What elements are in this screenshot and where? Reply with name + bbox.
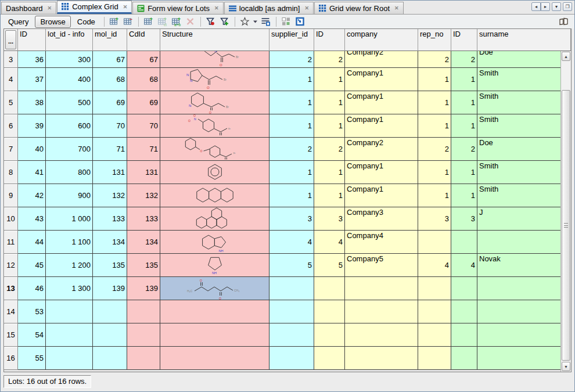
form-list-icon[interactable] (260, 16, 272, 28)
query-mode-button[interactable]: Query (3, 16, 34, 28)
row-header[interactable]: 12 (4, 254, 18, 277)
cell-id2[interactable]: 2 (314, 51, 345, 68)
cell-id2[interactable]: 1 (314, 161, 345, 184)
cell-rep_no[interactable]: 3 (418, 207, 451, 231)
tab-dashboard[interactable]: Dashboard✕ (1, 2, 56, 14)
cell-supplier[interactable]: 1 (269, 161, 314, 184)
table-add-row-icon[interactable]: + (108, 16, 121, 28)
cell-surname[interactable]: Smith (477, 161, 571, 184)
cell-company[interactable]: Company2 (345, 138, 418, 161)
cell-cdid[interactable]: 131 (127, 161, 160, 184)
cell-cdid[interactable]: 133 (127, 207, 160, 231)
cell-id[interactable]: 39 (18, 114, 46, 138)
cell-lot[interactable]: 400 (46, 68, 93, 91)
table-insert-row-icon[interactable]: + (142, 16, 155, 28)
row-header[interactable]: 14 (4, 300, 18, 323)
cell-rep_no[interactable]: 2 (418, 138, 451, 161)
cell-lot[interactable]: 300 (46, 51, 93, 68)
cell-lot[interactable]: 1 000 (46, 207, 93, 231)
cell-company[interactable] (345, 277, 418, 300)
row-header[interactable]: 7 (4, 138, 18, 161)
cell-structure[interactable]: NOBr (160, 91, 269, 114)
column-header-lot[interactable]: lot_id - info (46, 29, 93, 51)
tab-grid-view-for-root[interactable]: Grid view for Root✕ (314, 2, 404, 14)
cell-structure[interactable]: NOOBr (160, 114, 269, 138)
column-header-id3[interactable]: ID (451, 29, 477, 51)
cell-id3[interactable] (451, 277, 477, 300)
close-tab-icon[interactable]: ✕ (48, 5, 52, 11)
cell-id2[interactable]: 1 (314, 91, 345, 114)
cell-supplier[interactable]: 2 (269, 138, 314, 161)
cell-lot[interactable]: 1 300 (46, 277, 93, 300)
cell-id2[interactable]: 1 (314, 114, 345, 138)
cell-id2[interactable]: 1 (314, 184, 345, 207)
cell-id3[interactable]: 3 (451, 207, 477, 231)
cell-rep_no[interactable]: 1 (418, 161, 451, 184)
table-delete-row-icon[interactable]: − (122, 16, 135, 28)
cell-company[interactable] (345, 300, 418, 323)
cell-id[interactable]: 41 (18, 161, 46, 184)
cell-supplier[interactable]: 5 (269, 254, 314, 277)
cell-lot[interactable]: 800 (46, 161, 93, 184)
cell-supplier[interactable]: 4 (269, 231, 314, 254)
cell-supplier[interactable]: 2 (269, 51, 314, 68)
cell-cdid[interactable] (127, 323, 160, 347)
cell-rep_no[interactable] (418, 347, 451, 370)
tab-menu-button[interactable]: ▾ (552, 2, 561, 11)
cell-id3[interactable]: 1 (451, 184, 477, 207)
cell-structure[interactable]: H₃COOCH₃ (160, 277, 269, 300)
cell-id3[interactable]: 2 (451, 138, 477, 161)
cell-id[interactable]: 44 (18, 231, 46, 254)
cell-surname[interactable]: Smith (477, 114, 571, 138)
cell-company[interactable]: Company2 (345, 51, 418, 68)
cell-structure[interactable]: OBr (160, 138, 269, 161)
cell-id[interactable]: 53 (18, 300, 46, 323)
cell-surname[interactable]: Smith (477, 68, 571, 91)
cell-surname[interactable]: Novak (477, 254, 571, 277)
cell-structure[interactable] (160, 184, 269, 207)
cell-structure[interactable] (160, 161, 269, 184)
cell-cdid[interactable]: 134 (127, 231, 160, 254)
row-header[interactable]: 8 (4, 161, 18, 184)
column-header-company[interactable]: company (345, 29, 418, 51)
cell-structure[interactable]: NNOBr (160, 68, 269, 91)
cell-surname[interactable]: Smith (477, 91, 571, 114)
browse-mode-button[interactable]: Browse (35, 16, 70, 28)
cell-mol[interactable]: 139 (93, 277, 127, 300)
tab-complex-grid[interactable]: Complex Grid✕ (57, 1, 132, 14)
cell-structure[interactable] (160, 323, 269, 347)
cell-id[interactable]: 42 (18, 184, 46, 207)
tab-scroll-left-button[interactable]: ◂ (531, 2, 541, 11)
close-tab-icon[interactable]: ✕ (304, 5, 309, 11)
cell-supplier[interactable] (269, 323, 314, 347)
cell-id3[interactable]: 4 (451, 254, 477, 277)
close-tab-icon[interactable]: ✕ (214, 5, 219, 11)
cell-id3[interactable]: 1 (451, 91, 477, 114)
tab-form-view-for-lots[interactable]: Form view for Lots✕ (132, 2, 223, 14)
cell-supplier[interactable]: 1 (269, 184, 314, 207)
cell-id3[interactable]: 1 (451, 68, 477, 91)
cell-rep_no[interactable]: 2 (418, 51, 451, 68)
cell-company[interactable]: Company1 (345, 91, 418, 114)
cell-cdid[interactable]: 135 (127, 254, 160, 277)
favorites-star-icon[interactable] (239, 16, 251, 28)
row-header[interactable]: 15 (4, 323, 18, 347)
column-header-rep_no[interactable]: rep_no (418, 29, 451, 51)
cell-rep_no[interactable]: 4 (418, 254, 451, 277)
cell-structure[interactable]: NOBr (160, 51, 269, 68)
cell-company[interactable]: Company3 (345, 207, 418, 231)
cell-id3[interactable] (451, 300, 477, 323)
cell-rep_no[interactable] (418, 231, 451, 254)
cell-cdid[interactable]: 67 (127, 51, 160, 68)
cell-supplier[interactable] (269, 347, 314, 370)
column-header-id2[interactable]: ID (314, 29, 345, 51)
cell-id2[interactable] (314, 323, 345, 347)
cell-company[interactable]: Company1 (345, 114, 418, 138)
cell-mol[interactable]: 69 (93, 91, 127, 114)
row-header[interactable]: 9 (4, 184, 18, 207)
cell-company[interactable] (345, 347, 418, 370)
cell-surname[interactable]: J (477, 207, 571, 231)
cell-id[interactable]: 45 (18, 254, 46, 277)
cell-surname[interactable]: Smith (477, 184, 571, 207)
cell-id[interactable]: 36 (18, 51, 46, 68)
